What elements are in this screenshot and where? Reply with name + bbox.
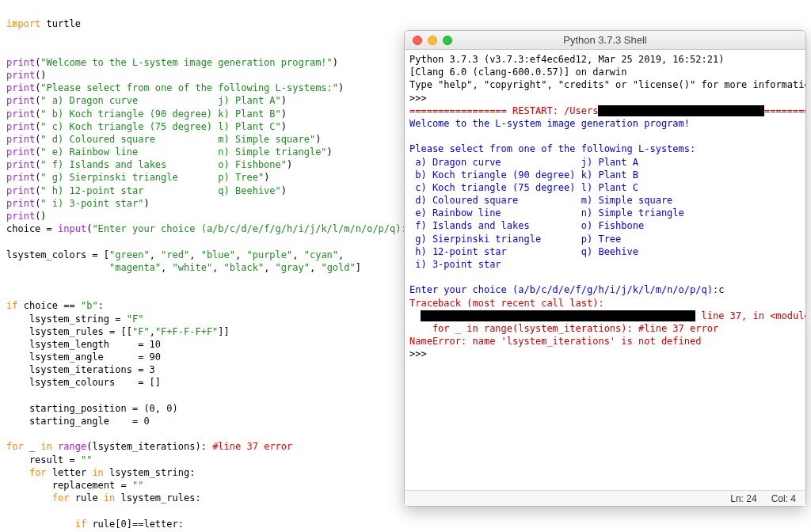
error-message: NameError: name 'lsystem_iterations' is … bbox=[409, 336, 701, 347]
error-comment: #line 37 error bbox=[212, 441, 292, 452]
col-indicator: Col: 4 bbox=[771, 493, 796, 504]
user-input: c bbox=[718, 284, 724, 295]
module-name: turtle bbox=[47, 18, 81, 29]
prompt: >>> bbox=[409, 348, 427, 359]
traceback-header: Traceback (most recent call last): bbox=[409, 298, 604, 309]
titlebar[interactable]: Python 3.7.3 Shell bbox=[405, 31, 805, 50]
redacted-path: xxxxxxxxxxxxxxxxxxxxxxxxxxxxx bbox=[598, 105, 764, 116]
shell-output[interactable]: Python 3.7.3 (v3.7.3:ef4ec6ed12, Mar 25 … bbox=[405, 50, 805, 490]
python-shell-window: Python 3.7.3 Shell Python 3.7.3 (v3.7.3:… bbox=[404, 30, 806, 507]
keyword: import bbox=[6, 18, 40, 29]
fn-print: print bbox=[6, 57, 35, 68]
window-title: Python 3.7.3 Shell bbox=[405, 34, 805, 46]
status-bar: Ln: 24 Col: 4 bbox=[405, 490, 805, 506]
redacted-file: xxxxxxxxxxxxxxxxxxxxxxxxxxxxxxxxxxxxxxxx… bbox=[421, 310, 695, 321]
line-indicator: Ln: 24 bbox=[730, 493, 756, 504]
code-editor[interactable]: import turtle print("Welcome to the L-sy… bbox=[0, 0, 404, 532]
